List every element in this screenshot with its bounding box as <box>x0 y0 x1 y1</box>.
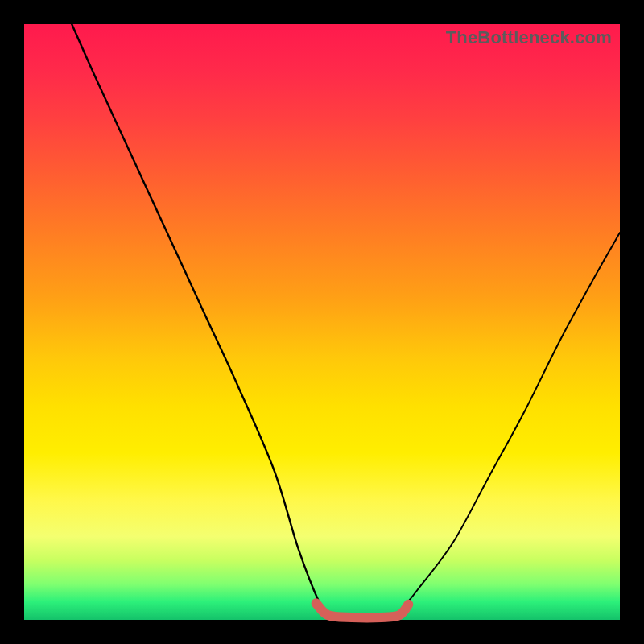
chart-stage: TheBottleneck.com <box>0 0 644 644</box>
bottom-marker <box>316 603 409 617</box>
marker-layer <box>24 24 620 620</box>
plot-area: TheBottleneck.com <box>24 24 620 620</box>
